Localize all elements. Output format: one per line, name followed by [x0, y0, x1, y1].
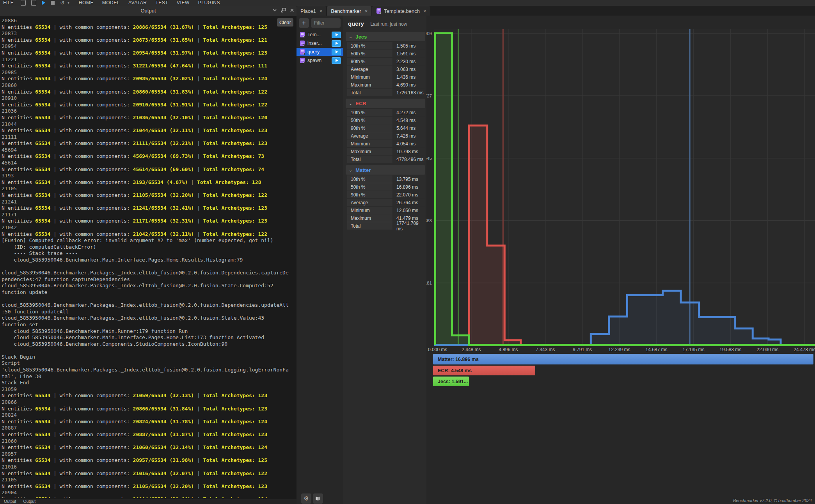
console-count-line: 20985	[2, 69, 297, 76]
console-error-line: pendencies:47 function captureDependenci…	[2, 276, 297, 283]
stat-row: 50th %4.548 ms	[347, 117, 425, 124]
add-benchmark-button[interactable]: +	[299, 18, 309, 28]
console-count-line: 21060	[2, 438, 297, 445]
section-header-matter[interactable]: ⌄Matter	[346, 165, 425, 175]
stat-row: Minimum12.050 ms	[347, 207, 425, 214]
stat-value: 7.426 ms	[393, 132, 425, 140]
stat-row: 10th %4.272 ms	[347, 109, 425, 116]
document-tab-bar: Place1×Benchmarker×Template.bench×	[297, 6, 815, 16]
tab-place1[interactable]: Place1×	[297, 6, 326, 16]
stats-sections: ⌄Jecs10th %1.505 ms50th %1.591 ms90th %2…	[346, 32, 425, 230]
chart-legend: Matter: 16.896 msECR: 4.548 msJecs: 1.59…	[433, 354, 813, 387]
dock-tab-output[interactable]: Output	[4, 499, 16, 504]
console-error-line: cloud_5853950046.Benchmarker.Main.Runner…	[2, 328, 297, 335]
settings-button[interactable]: ⚙	[301, 493, 311, 504]
console-count-line: 45694	[2, 147, 297, 154]
console-count-line: 20866	[2, 399, 297, 406]
stats-section-jecs: ⌄Jecs10th %1.505 ms50th %1.591 ms90th %2…	[346, 32, 425, 96]
x-tick-label: 22.030 ms	[756, 347, 778, 352]
menu-model[interactable]: MODEL	[102, 0, 120, 5]
benchmark-item-inser[interactable]: inser...	[297, 39, 343, 47]
console-entity-line: N entities 65534 | with common component…	[2, 218, 297, 225]
docs-button[interactable]	[313, 493, 323, 504]
close-icon[interactable]	[290, 8, 294, 12]
console-entity-line: N entities 65534 | with common component…	[2, 205, 297, 212]
undo-icon[interactable]: ↺	[60, 0, 64, 6]
stat-row: Maximum4.690 ms	[347, 81, 425, 88]
close-icon[interactable]: ×	[423, 8, 426, 14]
console-blank-line	[2, 296, 297, 302]
menu-file[interactable]: FILE	[3, 0, 14, 5]
menu-avatar[interactable]: AVATAR	[128, 0, 147, 5]
stat-row: Total17741.709 ms	[347, 222, 425, 230]
console-count-line: 20873	[2, 30, 297, 37]
section-header-jecs[interactable]: ⌄Jecs	[346, 32, 425, 41]
console-error-line: cloud_5853950046.Benchmarker.Packages._I…	[2, 270, 297, 276]
stat-value: 4.272 ms	[393, 109, 425, 116]
script-icon	[300, 49, 305, 55]
benchmark-title: query	[348, 20, 364, 27]
console-entity-line: N entities 65534 | with common component…	[2, 166, 297, 173]
chevron-down-icon[interactable]: ▾	[67, 1, 69, 5]
benchmark-item-spawn[interactable]: spawn	[297, 57, 343, 64]
close-icon[interactable]: ×	[365, 8, 368, 14]
console-count-line: 21241	[2, 199, 297, 205]
play-icon[interactable]	[42, 0, 45, 5]
console-entity-line: N entities 65534 | with common component…	[2, 419, 297, 425]
benchmark-item-query[interactable]: query	[297, 48, 343, 56]
results-stats-panel: query Last run: just now ⌄Jecs10th %1.50…	[343, 16, 426, 504]
output-console[interactable]: Clear 20886N entities 65534 | with commo…	[0, 16, 297, 499]
stat-value: 2.230 ms	[393, 58, 425, 65]
console-entity-line: N entities 65534 | with common component…	[2, 63, 297, 69]
undock-icon[interactable]	[281, 8, 286, 12]
play-icon	[336, 42, 338, 45]
menu-test[interactable]: TEST	[155, 0, 168, 5]
section-header-ecr[interactable]: ⌄ECR	[346, 99, 425, 108]
x-tick-label: 12.239 ms	[609, 347, 630, 352]
save-icon[interactable]	[31, 0, 36, 6]
benchmark-item-label: inser...	[307, 41, 322, 46]
chevron-down-icon[interactable]	[272, 8, 277, 12]
tab-template-bench[interactable]: Template.bench×	[372, 6, 430, 16]
console-entity-line: N entities 65534 | with common component…	[2, 115, 297, 121]
stat-label: 50th %	[347, 183, 392, 191]
console-error-line: Script	[2, 360, 297, 367]
run-benchmark-button[interactable]	[332, 40, 341, 47]
run-benchmark-button[interactable]	[332, 32, 341, 38]
stat-label: 90th %	[347, 58, 392, 65]
console-blank-line	[2, 347, 297, 354]
tab-benchmarker[interactable]: Benchmarker×	[327, 6, 371, 16]
last-run-label: Last run: just now	[370, 21, 407, 27]
chevron-down-icon: ⌄	[349, 34, 352, 39]
output-panel: Output Clear 20886N entities 65534 | wit…	[0, 6, 297, 504]
output-panel-header: Output	[0, 6, 297, 16]
console-error-line: :50 function updateAll	[2, 309, 297, 315]
stat-row: Total1726.163 ms	[347, 89, 425, 96]
section-title: Matter	[355, 167, 371, 173]
histogram-panel: 1813635457279090.000 ms2.448 ms4.896 ms7…	[426, 16, 815, 504]
clear-button[interactable]: Clear	[277, 18, 293, 27]
stat-value: 1726.163 ms	[393, 89, 425, 96]
document-icon[interactable]	[21, 0, 26, 6]
benchmark-item-Tem[interactable]: Tem...	[297, 31, 343, 39]
console-error-line: Stack End	[2, 380, 297, 386]
console-count-line: 45614	[2, 160, 297, 166]
stop-icon[interactable]	[51, 1, 55, 5]
console-entity-line: N entities 65534 | with common component…	[2, 444, 297, 451]
console-entity-line: N entities 65534 | with common component…	[2, 140, 297, 147]
stat-row: 10th %13.795 ms	[347, 175, 425, 183]
console-log: 20886N entities 65534 | with common comp…	[0, 16, 297, 499]
stat-label: Minimum	[347, 207, 392, 214]
stat-row: 90th %5.644 ms	[347, 124, 425, 132]
dock-tab-output[interactable]: Output	[23, 499, 36, 504]
menu-view[interactable]: VIEW	[177, 0, 190, 5]
menu-home[interactable]: HOME	[79, 0, 94, 5]
run-benchmark-button[interactable]	[332, 57, 341, 64]
benchmark-item-label: Tem...	[307, 32, 321, 37]
filter-input[interactable]	[311, 18, 341, 28]
stat-value: 13.795 ms	[393, 175, 425, 183]
run-benchmark-button[interactable]	[332, 49, 341, 55]
stat-row: 90th %22.070 ms	[347, 191, 425, 198]
close-icon[interactable]: ×	[320, 8, 323, 14]
menu-plugins[interactable]: PLUGINS	[198, 0, 220, 5]
